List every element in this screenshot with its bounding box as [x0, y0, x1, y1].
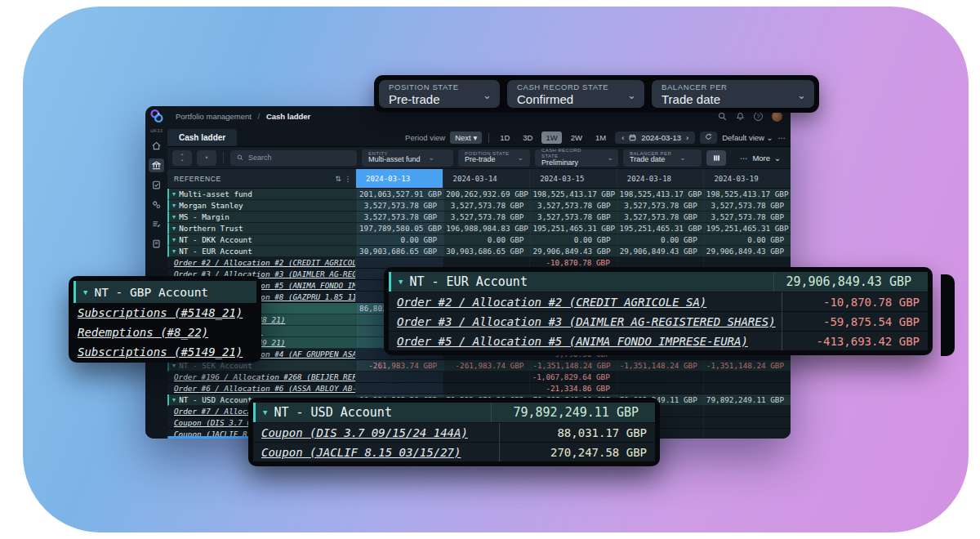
value-cell	[617, 372, 704, 382]
period-next-button[interactable]: Next ▾	[450, 131, 482, 144]
gbp-callout-link[interactable]: Subscriptions (#5149_21)	[74, 342, 256, 362]
collapse-arrow-icon[interactable]: ▼	[172, 363, 176, 369]
sidebar-item-settings[interactable]	[149, 198, 164, 212]
collapse-arrow-icon[interactable]: ▼	[172, 203, 176, 209]
book-icon	[152, 239, 161, 248]
value-cell: 3,527,573.78 GBP	[357, 212, 443, 222]
collapse-arrow-icon[interactable]: ▼	[172, 237, 176, 243]
table-row[interactable]: Order #196 / Allocation #268 (BEIJER REF…	[167, 372, 791, 383]
tab-cash-ladder[interactable]: Cash ladder	[167, 129, 237, 146]
reference-cell[interactable]: Order #196 / Allocation #268 (BEIJER REF…	[167, 372, 355, 382]
sidebar-item-portfolio[interactable]	[149, 158, 164, 172]
refresh-button[interactable]	[700, 131, 717, 144]
value-cell	[703, 429, 791, 439]
range-1m-button[interactable]: 1M	[591, 131, 610, 144]
table-row[interactable]: ▼NT - DKK Account0.00 GBP0.00 GBP0.00 GB…	[167, 234, 791, 246]
gbp-callout-items: Subscriptions (#5148_21)Redemptions (#8_…	[74, 303, 256, 362]
range-2w-button[interactable]: 2W	[567, 131, 586, 144]
collapse-arrow-icon[interactable]: ▼	[172, 397, 176, 403]
collapse-arrow-icon[interactable]: ▼	[263, 408, 267, 416]
sidebar-item-reports[interactable]	[149, 217, 164, 231]
reference-cell[interactable]: Order #2 / Allocation #2 (CREDIT AGRICOL…	[167, 257, 355, 268]
order-link[interactable]: Order #196 / Allocation #268 (BEIJER REF…	[172, 372, 355, 381]
chevron-down-icon: ⌄	[616, 89, 636, 101]
reference-cell: ▼NT - EUR Account	[169, 246, 357, 256]
collapse-arrow-icon[interactable]: ▼	[83, 288, 87, 296]
sidebar-item-home[interactable]	[149, 139, 164, 153]
breadcrumb: Portfolio management / Cash ladder	[176, 112, 310, 121]
table-row[interactable]: ▼NT - EUR Account30,903,686.65 GBP30,903…	[167, 246, 791, 257]
table-row[interactable]: ▼Northern Trust197,789,580.05 GBP196,988…	[167, 223, 791, 234]
table-row[interactable]: Order #6 / Allocation #6 (ASSA ABLOY AB-…	[167, 383, 791, 394]
value-cell: 0.00 GBP	[357, 234, 443, 245]
kebab-menu-icon[interactable]: ⋮	[344, 175, 352, 183]
more-options-button[interactable]: ⋯	[778, 133, 786, 142]
more-filters-button[interactable]: ⋯ More ⌄	[740, 154, 786, 163]
order-link[interactable]: Order #6 / Allocation #6 (ASSA ABLOY AB-…	[172, 384, 355, 393]
eur-callout-header[interactable]: ▼ NT - EUR Account 29,906,849.43 GBP	[389, 272, 928, 292]
date-column-header[interactable]: 2024-03-18	[617, 169, 704, 188]
period-view-label: Period view	[405, 133, 445, 142]
position-state-filter-dropdown[interactable]: POSITION STATEPre-trade ⌄	[458, 149, 530, 167]
table-row[interactable]: ▼Multi-asset fund201,063,527.91 GBP200,2…	[167, 189, 791, 200]
date-column-header[interactable]: 2024-03-14	[443, 169, 530, 188]
prev-date-button[interactable]: ‹	[621, 133, 624, 142]
expand-all-button[interactable]: ⌃⌄	[172, 150, 192, 166]
date-column-header-selected[interactable]: 2024-03-13	[355, 169, 443, 188]
help-icon[interactable]: ?	[754, 112, 763, 121]
gbp-callout-header[interactable]: ▼ NT - GBP Account	[74, 281, 256, 303]
breadcrumb-parent[interactable]: Portfolio management	[176, 112, 252, 121]
default-view-dropdown[interactable]: Default view ⌄	[722, 133, 773, 142]
next-date-button[interactable]: ›	[686, 133, 688, 142]
order-link[interactable]: Order #2 / Allocation #2 (CREDIT AGRICOL…	[172, 258, 355, 267]
cash-record-state-dropdown[interactable]: CASH RECORD STATE Confirmed ⌄	[507, 80, 644, 108]
sidebar-item-journal[interactable]	[149, 237, 164, 251]
collapse-arrow-icon[interactable]: ▼	[172, 214, 176, 220]
entity-filter-dropdown[interactable]: ENTITYMulti-asset fund ⌄	[362, 149, 453, 167]
callout-order-link[interactable]: Coupon (JACLIF 8.15 03/15/27)	[253, 446, 499, 459]
position-state-label: POSITION STATE	[389, 83, 459, 92]
value-cell	[355, 383, 443, 394]
collapse-arrow-icon[interactable]: ▼	[172, 225, 176, 232]
table-row[interactable]: ▼Morgan Stanley3,527,573.78 GBP3,527,573…	[167, 200, 791, 212]
sort-icon[interactable]: ⇅	[335, 175, 341, 183]
range-3d-button[interactable]: 3D	[519, 131, 537, 144]
account-label: Multi-asset fund	[179, 189, 252, 198]
reference-cell[interactable]: Order #6 / Allocation #6 (ASSA ABLOY AB-…	[167, 383, 355, 394]
range-1d-button[interactable]: 1D	[496, 131, 514, 144]
cash-record-state-filter-dropdown[interactable]: CASH RECORD STATEPreliminary ⌄	[535, 149, 618, 167]
gbp-callout-link[interactable]: Subscriptions (#5148_21)	[74, 303, 256, 323]
horizontal-scrollbar-thumb[interactable]	[167, 436, 252, 439]
sidebar-item-tasks[interactable]	[149, 178, 164, 192]
collapse-all-button[interactable]: ⌄⌃	[197, 150, 216, 166]
date-column-header[interactable]: 2024-03-15	[529, 169, 617, 188]
collapse-arrow-icon[interactable]: ▼	[172, 248, 176, 255]
gbp-callout-link[interactable]: Redemptions (#8_22)	[74, 323, 256, 342]
callout-order-link[interactable]: Order #5 / Allocation #5 (ANIMA FONDO IM…	[389, 335, 782, 348]
balancer-per-dropdown[interactable]: BALANCER PER Trade date ⌄	[652, 80, 814, 108]
callout-order-link[interactable]: Order #2 / Allocation #2 (CREDIT AGRICOL…	[389, 296, 782, 309]
date-column-header[interactable]: 2024-03-19	[703, 169, 791, 188]
breadcrumb-current: Cash ladder	[266, 112, 310, 121]
table-row[interactable]: ▼NT - SEK Account-261,983.74 GBP-261,983…	[167, 360, 791, 372]
collapse-arrow-icon[interactable]: ▼	[172, 191, 176, 198]
eur-total-value: 29,906,849.43 GBP	[774, 274, 920, 289]
reference-cell: ▼Northern Trust	[169, 223, 357, 234]
range-1w-button[interactable]: 1W	[541, 131, 561, 144]
balancer-per-filter-dropdown[interactable]: BALANCER PERTrade date ⌄	[623, 149, 702, 167]
callout-order-link[interactable]: Order #3 / Allocation #3 (DAIMLER AG-REG…	[389, 315, 782, 328]
search-icon[interactable]	[718, 112, 727, 121]
search-input[interactable]: Search	[230, 150, 357, 166]
usd-callout-header[interactable]: ▼ NT - USD Account 79,892,249.11 GBP	[253, 403, 655, 422]
position-state-dropdown[interactable]: POSITION STATE Pre-trade ⌄	[379, 80, 500, 108]
panel-shadow-block	[941, 274, 955, 356]
collapse-arrow-icon[interactable]: ▼	[399, 278, 403, 286]
bell-icon[interactable]	[736, 112, 745, 121]
table-row[interactable]: ▼MS - Margin3,527,573.78 GBP3,527,573.78…	[167, 212, 791, 223]
value-cell	[443, 383, 530, 394]
column-settings-button[interactable]	[706, 150, 726, 166]
date-value[interactable]: 2024-03-13	[641, 133, 681, 142]
value-cell: 3,527,573.78 GBP	[443, 212, 530, 222]
callout-order-link[interactable]: Coupon (DIS 3.7 09/15/24 144A)	[253, 426, 499, 439]
reference-column-header[interactable]: REFERENCE ⇅ ⋮	[167, 169, 355, 188]
